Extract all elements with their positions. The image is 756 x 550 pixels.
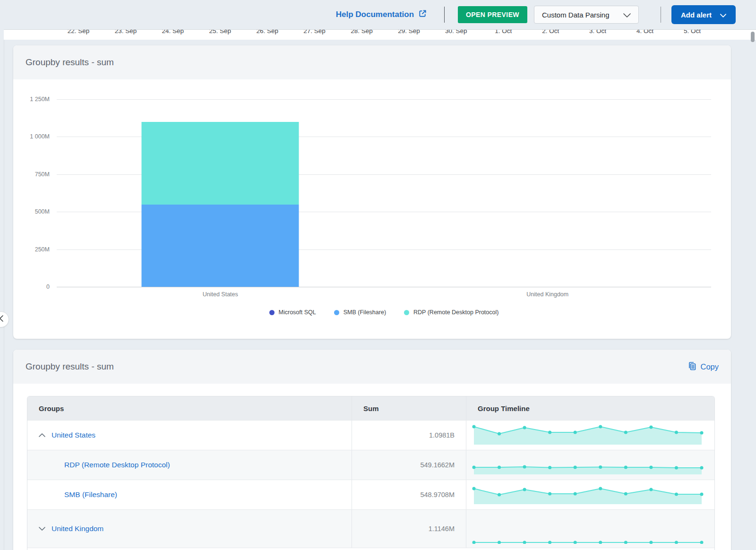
- table-row-rdp-remote-desktop-protocol-: RDP (Remote Desktop Protocol)549.1662M: [27, 450, 714, 480]
- bar-segment-rdp-remote-desktop-protocol-[interactable]: [142, 122, 299, 204]
- bar-united-states[interactable]: [142, 122, 299, 287]
- table-card-header: Groupby results - sum Copy: [13, 350, 731, 384]
- collapse-group-icon[interactable]: [39, 433, 45, 438]
- legend-label: SMB (Fileshare): [344, 309, 386, 316]
- sum-value: 1.1146M: [352, 510, 466, 548]
- external-link-icon: [418, 9, 427, 20]
- chevron-left-icon: [0, 315, 3, 324]
- table-row-united-kingdom: United Kingdom1.1146M: [27, 509, 714, 548]
- x-axis-category-label: United States: [203, 291, 238, 298]
- date-axis-label: 30. Sep: [445, 29, 467, 34]
- collapse-panel-button[interactable]: [0, 311, 9, 327]
- x-axis-category-label: United Kingdom: [526, 291, 568, 298]
- y-axis-tick-label: 0: [13, 284, 50, 290]
- gridline: [57, 287, 711, 287]
- date-axis-label: 5. Oct: [684, 29, 701, 34]
- chart-card-header: Groupby results - sum: [13, 45, 731, 79]
- legend-label: RDP (Remote Desktop Protocol): [413, 309, 498, 316]
- topbar: Help Documentation OPEN PREVIEW Custom D…: [0, 0, 756, 29]
- groupby-table-card: Groupby results - sum Copy Groups Sum Gr…: [13, 350, 731, 550]
- group-timeline-sparkline: [466, 450, 714, 480]
- date-axis-label: 22. Sep: [68, 29, 90, 34]
- legend-dot: [404, 310, 409, 315]
- date-axis-label: 4. Oct: [636, 29, 653, 34]
- y-axis-tick-label: 750M: [13, 171, 50, 178]
- custom-data-parsing-value: Custom Data Parsing: [542, 11, 610, 19]
- copy-button[interactable]: Copy: [687, 361, 719, 372]
- next-row-partial: [27, 548, 714, 550]
- date-axis-strip: 22. Sep23. Sep24. Sep25. Sep26. Sep27. S…: [4, 29, 756, 40]
- date-axis-label: 23. Sep: [115, 29, 137, 34]
- y-axis-tick-label: 500M: [13, 208, 50, 215]
- legend-item-rdp-remote-desktop-protocol-[interactable]: RDP (Remote Desktop Protocol): [404, 309, 498, 316]
- add-alert-label: Add alert: [681, 11, 712, 19]
- y-axis-tick-label: 1 000M: [13, 133, 50, 140]
- sum-value: 1.0981B: [352, 421, 466, 450]
- topbar-divider: [661, 7, 661, 23]
- bar-segment-smb-fileshare-[interactable]: [142, 205, 299, 287]
- group-link[interactable]: United Kingdom: [52, 524, 103, 533]
- group-link[interactable]: RDP (Remote Desktop Protocol): [64, 461, 170, 469]
- date-axis-label: 29. Sep: [398, 29, 420, 34]
- table-header-row: Groups Sum Group Timeline: [27, 396, 714, 420]
- help-documentation-label: Help Documentation: [336, 10, 414, 19]
- group-timeline-sparkline: [466, 510, 714, 548]
- group-cell: United States: [27, 421, 352, 450]
- date-axis-label: 25. Sep: [209, 29, 231, 34]
- left-panel-divider: [4, 29, 4, 550]
- chevron-down-icon: [720, 11, 726, 19]
- date-axis-label: 2. Oct: [542, 29, 559, 34]
- chart-card-title: Groupby results - sum: [26, 57, 114, 68]
- legend-label: Microsoft SQL: [279, 309, 316, 316]
- y-axis-tick-label: 250M: [13, 246, 50, 253]
- y-axis-tick-label: 1 250M: [13, 96, 50, 103]
- open-preview-button[interactable]: OPEN PREVIEW: [458, 6, 527, 23]
- custom-data-parsing-select[interactable]: Custom Data Parsing: [534, 6, 639, 24]
- sum-value: 548.9708M: [352, 480, 466, 509]
- copy-icon: [687, 361, 696, 372]
- group-link[interactable]: United States: [52, 431, 95, 439]
- chart-legend: Microsoft SQLSMB (Fileshare)RDP (Remote …: [57, 309, 711, 316]
- x-axis-labels: United StatesUnited Kingdom: [57, 291, 711, 300]
- date-axis-label: 24. Sep: [162, 29, 184, 34]
- column-header-group-timeline: Group Timeline: [466, 396, 714, 420]
- copy-label: Copy: [700, 362, 719, 371]
- group-timeline-sparkline: [466, 421, 714, 450]
- table-card-title: Groupby results - sum: [26, 361, 114, 372]
- date-axis-label: 26. Sep: [256, 29, 278, 34]
- plot-area: [57, 99, 711, 287]
- chevron-down-icon: [623, 11, 631, 19]
- sum-value: 549.1662M: [352, 450, 466, 480]
- stacked-bar-chart: 1 250M1 000M750M500M250M0United StatesUn…: [13, 79, 731, 339]
- groupby-chart-card: Groupby results - sum 1 250M1 000M750M50…: [13, 45, 731, 339]
- legend-item-microsoft-sql[interactable]: Microsoft SQL: [269, 309, 316, 316]
- scrollbar-thumb[interactable]: [751, 32, 755, 42]
- group-cell: United Kingdom: [27, 510, 352, 548]
- legend-item-smb-fileshare-[interactable]: SMB (Fileshare): [334, 309, 386, 316]
- group-timeline-sparkline: [466, 480, 714, 509]
- groupby-results-table: Groups Sum Group Timeline United States1…: [27, 396, 715, 550]
- group-link[interactable]: SMB (Fileshare): [64, 490, 117, 499]
- date-axis-label: 3. Oct: [589, 29, 606, 34]
- expand-group-icon[interactable]: [39, 526, 45, 531]
- column-header-sum: Sum: [352, 396, 466, 420]
- legend-dot: [334, 310, 339, 315]
- group-cell: SMB (Fileshare): [27, 480, 352, 509]
- date-axis-label: 28. Sep: [351, 29, 373, 34]
- table-row-smb-fileshare-: SMB (Fileshare)548.9708M: [27, 480, 714, 509]
- date-axis-label: 27. Sep: [303, 29, 326, 34]
- add-alert-button[interactable]: Add alert: [671, 5, 736, 24]
- date-axis-label: 1. Oct: [495, 29, 512, 34]
- topbar-divider: [444, 7, 445, 23]
- legend-dot: [269, 310, 275, 315]
- group-cell: RDP (Remote Desktop Protocol): [27, 450, 352, 480]
- column-header-groups: Groups: [27, 396, 352, 420]
- help-documentation-link[interactable]: Help Documentation: [336, 9, 427, 20]
- table-row-united-states: United States1.0981B: [27, 420, 714, 450]
